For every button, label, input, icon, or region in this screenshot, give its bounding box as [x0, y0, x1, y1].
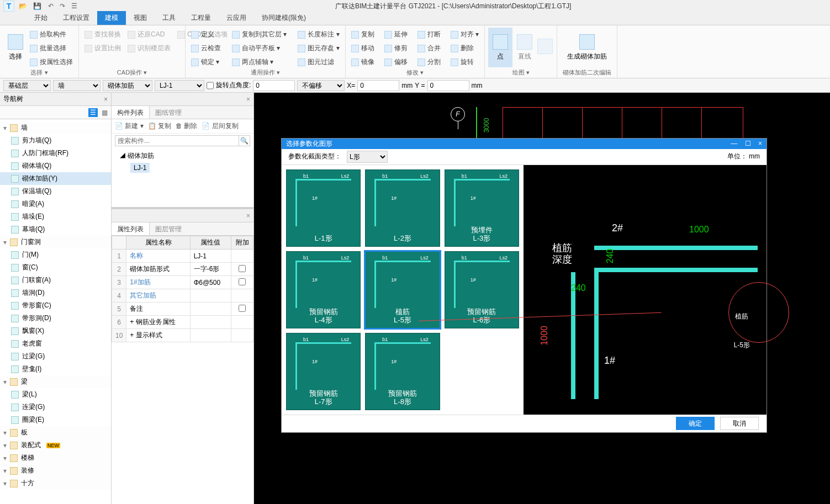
- tree-item[interactable]: 带形洞(D): [0, 312, 111, 325]
- tree-category[interactable]: ▾楼梯: [0, 452, 111, 464]
- panel-tab[interactable]: 构件列表: [112, 106, 150, 119]
- shape-thumb-8[interactable]: b1Ls21#预留钢筋 L-8形: [365, 333, 440, 410]
- ribbon-btn[interactable]: 定义: [189, 29, 223, 40]
- shape-thumb-6[interactable]: b1Ls21#预留钢筋 L-6形: [445, 251, 519, 328]
- qat-open-icon[interactable]: 📂: [19, 2, 27, 10]
- ribbon-tab-3[interactable]: 视图: [126, 11, 155, 25]
- maximize-icon[interactable]: ☐: [745, 140, 751, 147]
- qat-redo-icon[interactable]: ↷: [60, 2, 65, 10]
- tree-item[interactable]: 墙洞(D): [0, 287, 111, 299]
- rotate-input[interactable]: [253, 80, 295, 91]
- ribbon-btn[interactable]: 偏移: [382, 56, 410, 68]
- draw-more-button[interactable]: [537, 28, 553, 67]
- ribbon-tab-5[interactable]: 工程量: [183, 11, 219, 25]
- draw-line-button[interactable]: 直线: [512, 28, 537, 67]
- tree-item[interactable]: 老虎窗: [0, 337, 111, 350]
- panel-tab[interactable]: 属性列表: [112, 222, 150, 235]
- category-select[interactable]: 墙: [53, 80, 101, 91]
- pv-dim-h[interactable]: 240: [605, 248, 615, 263]
- tree-item[interactable]: 幕墙(Q): [0, 223, 111, 236]
- ribbon-tab-4[interactable]: 工具: [155, 11, 183, 25]
- property-row[interactable]: 1名称LJ-1: [112, 250, 253, 263]
- shape-thumb-2[interactable]: b1Ls21#L-2形: [365, 169, 440, 247]
- ribbon-btn[interactable]: 合并: [415, 43, 443, 54]
- prop-checkbox[interactable]: [239, 305, 246, 312]
- toolbar-btn[interactable]: 🗑 删除: [176, 121, 197, 131]
- tree-item[interactable]: 砌体墙(Q): [0, 160, 111, 172]
- ribbon-tab-1[interactable]: 工程设置: [55, 11, 97, 25]
- tree-item[interactable]: 暗梁(A): [0, 198, 111, 210]
- property-row[interactable]: 6+ 钢筋业务属性: [112, 316, 253, 329]
- section-type-select[interactable]: L形: [347, 151, 388, 163]
- ribbon-tab-7[interactable]: 协同建模(限免): [254, 11, 314, 25]
- ribbon-btn[interactable]: 打断: [415, 29, 443, 40]
- tree-category[interactable]: ▾板: [0, 426, 111, 439]
- tree-item[interactable]: 飘窗(X): [0, 325, 111, 337]
- cancel-button[interactable]: 取消: [720, 417, 759, 430]
- ribbon-btn[interactable]: 锁定 ▾: [189, 56, 223, 68]
- close-icon[interactable]: ×: [758, 140, 762, 147]
- grid-view-icon[interactable]: ▦: [102, 109, 108, 116]
- pv-dim-top[interactable]: 1000: [689, 225, 709, 235]
- rotate-checkbox[interactable]: [207, 80, 214, 91]
- select-button[interactable]: 选择: [3, 28, 28, 67]
- panel-tab[interactable]: 图纸管理: [150, 106, 187, 119]
- ribbon-btn[interactable]: 旋转: [448, 56, 481, 68]
- offset-y-input[interactable]: [427, 80, 469, 91]
- tree-category[interactable]: ▾装修: [0, 464, 111, 477]
- ribbon-tab-0[interactable]: 开始: [27, 11, 55, 25]
- close-icon[interactable]: ×: [246, 96, 250, 103]
- ribbon-btn[interactable]: 延伸: [382, 29, 410, 40]
- prop-checkbox[interactable]: [239, 265, 246, 272]
- ribbon-btn[interactable]: 按属性选择: [28, 56, 75, 68]
- tree-item[interactable]: 保温墙(Q): [0, 185, 111, 198]
- ok-button[interactable]: 确定: [676, 417, 715, 430]
- property-row[interactable]: 2砌体加筋形式一字-6形: [112, 263, 253, 276]
- tree-category[interactable]: ▾墙: [0, 121, 111, 134]
- ribbon-btn[interactable]: 复制: [349, 29, 377, 40]
- ribbon-btn[interactable]: 批量选择: [28, 43, 75, 54]
- panel-tab[interactable]: 图层管理: [150, 222, 187, 235]
- tree-item[interactable]: 窗(C): [0, 261, 111, 274]
- ribbon-btn[interactable]: 删除: [448, 43, 481, 54]
- toolbar-btn[interactable]: 📄 层间复制: [202, 121, 238, 131]
- tree-category[interactable]: ▾门窗洞: [0, 236, 111, 248]
- pv-dim-left[interactable]: 1000: [540, 326, 549, 346]
- ribbon-btn[interactable]: 图元存盘 ▾: [295, 43, 341, 54]
- search-input[interactable]: [115, 135, 239, 146]
- ribbon-btn[interactable]: 自动平齐板 ▾: [230, 43, 289, 54]
- qat-more-icon[interactable]: ☰: [71, 2, 77, 10]
- toolbar-btn[interactable]: 📄 新建 ▾: [115, 121, 144, 131]
- floor-select[interactable]: 基础层: [3, 80, 51, 91]
- property-row[interactable]: 10+ 显示样式: [112, 329, 253, 342]
- search-icon[interactable]: 🔍: [239, 135, 250, 146]
- pv-dim-w[interactable]: 240: [571, 283, 586, 293]
- shape-thumb-7[interactable]: b1Ls21#预留钢筋 L-7形: [286, 333, 361, 410]
- tree-parent[interactable]: ◢ 砌体加筋: [117, 150, 248, 162]
- tree-child-selected[interactable]: LJ-1: [130, 163, 150, 173]
- minimize-icon[interactable]: —: [731, 140, 737, 147]
- tree-item[interactable]: 墙垛(E): [0, 210, 111, 223]
- generate-reinforce-button[interactable]: 生成砌体加筋: [561, 28, 614, 67]
- qat-undo-icon[interactable]: ↶: [48, 2, 54, 10]
- close-icon[interactable]: ×: [246, 212, 250, 220]
- tree-item[interactable]: 人防门框墙(RF): [0, 147, 111, 160]
- ribbon-btn[interactable]: 分割: [415, 56, 443, 68]
- tree-item[interactable]: 砌体加筋(Y): [0, 172, 111, 185]
- tree-item[interactable]: 带形窗(C): [0, 299, 111, 312]
- tree-item[interactable]: 梁(L): [0, 388, 111, 401]
- group-label[interactable]: 选择 ▾: [0, 68, 78, 77]
- tree-item[interactable]: 连梁(G): [0, 401, 111, 413]
- toolbar-btn[interactable]: 📋 复制: [148, 121, 171, 131]
- list-view-icon[interactable]: ☰: [88, 108, 98, 117]
- shape-thumb-1[interactable]: b1Ls21#L-1形: [286, 169, 361, 247]
- tree-category[interactable]: ▾装配式: [0, 439, 111, 452]
- property-row[interactable]: 4其它加筋: [112, 289, 253, 303]
- ribbon-btn[interactable]: 云检查: [189, 43, 223, 54]
- prop-checkbox[interactable]: [239, 278, 246, 285]
- tree-item[interactable]: 门联窗(A): [0, 274, 111, 287]
- ribbon-btn[interactable]: 图元过滤: [295, 56, 341, 68]
- shape-thumb-3[interactable]: b1Ls21#预埋件 L-3形: [445, 169, 519, 247]
- ribbon-btn[interactable]: 移动: [349, 43, 377, 54]
- shape-thumb-4[interactable]: b1Ls21#预留钢筋 L-4形: [286, 251, 361, 328]
